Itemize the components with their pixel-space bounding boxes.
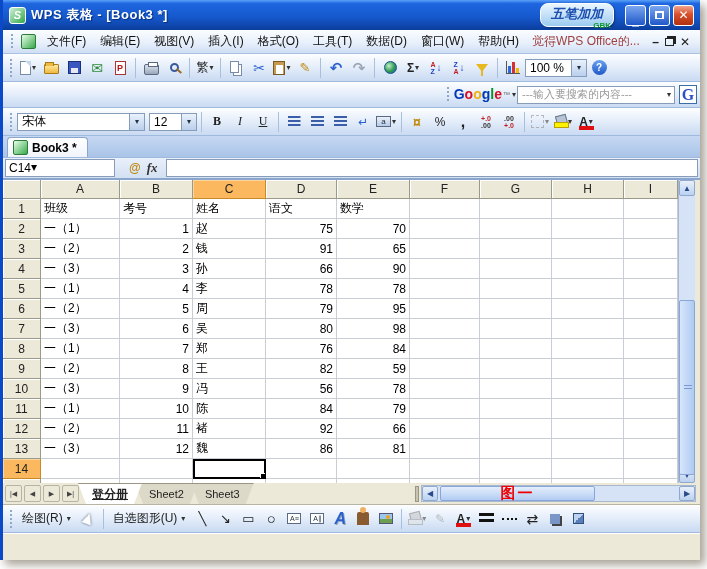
- google-logo[interactable]: Google: [454, 86, 502, 103]
- line-color-button[interactable]: ✎: [429, 508, 451, 530]
- previous-sheet-button[interactable]: ◀: [24, 485, 41, 502]
- open-button[interactable]: [40, 57, 62, 79]
- cell-H14[interactable]: [552, 459, 624, 479]
- zoom-combobox[interactable]: 100 %▾: [525, 59, 587, 77]
- cell-C12[interactable]: 褚: [193, 419, 266, 439]
- cell-A7[interactable]: 一（3）: [41, 319, 120, 339]
- cell-F10[interactable]: [410, 379, 480, 399]
- merge-dropdown[interactable]: ▾: [392, 117, 396, 126]
- cell-F8[interactable]: [410, 339, 480, 359]
- cell-G7[interactable]: [480, 319, 552, 339]
- title-bar[interactable]: S WPS 表格 - [Book3 *] 五笔加加GBK _ ✕: [3, 0, 700, 30]
- cell-A12[interactable]: 一（2）: [41, 419, 120, 439]
- horizontal-scrollbar[interactable]: ◀ 图一 ▶: [415, 485, 696, 502]
- cell-G2[interactable]: [480, 219, 552, 239]
- menu-item-view[interactable]: 视图(V): [147, 30, 201, 53]
- menu-item-data[interactable]: 数据(D): [359, 30, 414, 53]
- cell-E10[interactable]: 78: [337, 379, 410, 399]
- save-button[interactable]: [63, 57, 85, 79]
- name-box-dropdown[interactable]: ▾: [31, 160, 37, 176]
- borders-dropdown[interactable]: ▾: [545, 117, 549, 126]
- borders-button[interactable]: ▾: [529, 111, 551, 133]
- arrow-button[interactable]: ↘: [214, 508, 236, 530]
- chart-button[interactable]: [502, 57, 524, 79]
- cell-G8[interactable]: [480, 339, 552, 359]
- formula-input[interactable]: [166, 159, 698, 177]
- cell-C5[interactable]: 李: [193, 279, 266, 299]
- cell-G11[interactable]: [480, 399, 552, 419]
- textbox-button[interactable]: A≡: [283, 508, 305, 530]
- column-header-E[interactable]: E: [337, 180, 410, 199]
- first-sheet-button[interactable]: |◀: [5, 485, 22, 502]
- cell-G12[interactable]: [480, 419, 552, 439]
- menu-item-edit[interactable]: 编辑(E): [93, 30, 147, 53]
- tab-split-handle[interactable]: [415, 486, 419, 502]
- menubar-grip[interactable]: [10, 33, 14, 49]
- clipart-button[interactable]: [352, 508, 374, 530]
- cell-D3[interactable]: 91: [266, 239, 337, 259]
- cell-F6[interactable]: [410, 299, 480, 319]
- align-right-button[interactable]: [329, 111, 351, 133]
- google-toolbar-grip[interactable]: [446, 86, 450, 104]
- bold-button[interactable]: B: [206, 111, 228, 133]
- cell-I3[interactable]: [624, 239, 678, 259]
- format-painter-button[interactable]: ✎: [294, 57, 316, 79]
- cell-F13[interactable]: [410, 439, 480, 459]
- next-sheet-button[interactable]: ▶: [43, 485, 60, 502]
- cell-A5[interactable]: 一（1）: [41, 279, 120, 299]
- drawing-toolbar-grip[interactable]: [9, 509, 13, 528]
- cell-I5[interactable]: [624, 279, 678, 299]
- column-header-C[interactable]: C: [193, 180, 266, 199]
- menu-item-insert[interactable]: 插入(I): [201, 30, 250, 53]
- column-header-A[interactable]: A: [41, 180, 120, 199]
- menu-item-tools[interactable]: 工具(T): [306, 30, 359, 53]
- draw-menu-button[interactable]: 绘图(R)▾: [17, 508, 76, 529]
- select-objects-button[interactable]: [77, 508, 99, 530]
- cell-G14[interactable]: [480, 459, 552, 479]
- cell-G5[interactable]: [480, 279, 552, 299]
- row-header-2[interactable]: 2: [3, 219, 41, 239]
- cell-D12[interactable]: 92: [266, 419, 337, 439]
- new-dropdown[interactable]: ▾: [32, 63, 36, 72]
- cell-I7[interactable]: [624, 319, 678, 339]
- google-go-button[interactable]: G: [679, 85, 697, 104]
- cell-B3[interactable]: 2: [120, 239, 193, 259]
- cell-H2[interactable]: [552, 219, 624, 239]
- menu-item-file[interactable]: 文件(F): [40, 30, 93, 53]
- fill-color-button[interactable]: ▾: [552, 111, 574, 133]
- cell-E7[interactable]: 98: [337, 319, 410, 339]
- cell-B11[interactable]: 10: [120, 399, 193, 419]
- line-style-button[interactable]: [475, 508, 497, 530]
- row-header-9[interactable]: 9: [3, 359, 41, 379]
- zoom-dropdown[interactable]: ▾: [571, 60, 586, 76]
- cell-I1[interactable]: [624, 199, 678, 219]
- shape-fill-color-button[interactable]: ▾: [406, 508, 428, 530]
- cell-D8[interactable]: 76: [266, 339, 337, 359]
- cell-F4[interactable]: [410, 259, 480, 279]
- help-button[interactable]: ?: [588, 57, 610, 79]
- comma-button[interactable]: ,: [452, 111, 474, 133]
- cell-E8[interactable]: 84: [337, 339, 410, 359]
- google-logo-dropdown[interactable]: ▾: [512, 90, 516, 99]
- vertical-textbox-button[interactable]: A∥: [306, 508, 328, 530]
- horizontal-scroll-track[interactable]: ◀ 图一 ▶: [421, 485, 696, 502]
- hyperlink-button[interactable]: [379, 57, 401, 79]
- cell-B6[interactable]: 5: [120, 299, 193, 319]
- horizontal-scroll-thumb[interactable]: 图一: [440, 486, 595, 501]
- cell-D11[interactable]: 84: [266, 399, 337, 419]
- ime-badge[interactable]: 五笔加加GBK: [540, 3, 614, 27]
- mdi-restore-button[interactable]: [665, 38, 674, 46]
- cell-D6[interactable]: 79: [266, 299, 337, 319]
- filter-button[interactable]: [471, 57, 493, 79]
- cell-F3[interactable]: [410, 239, 480, 259]
- percent-button[interactable]: %: [429, 111, 451, 133]
- cell-C7[interactable]: 吴: [193, 319, 266, 339]
- mdi-minimize-button[interactable]: –: [652, 35, 659, 49]
- cell-C2[interactable]: 赵: [193, 219, 266, 239]
- cell-I13[interactable]: [624, 439, 678, 459]
- paste-dropdown[interactable]: ▾: [286, 63, 290, 72]
- cell-E11[interactable]: 79: [337, 399, 410, 419]
- cell-D14[interactable]: [266, 459, 337, 479]
- cell-I10[interactable]: [624, 379, 678, 399]
- row-header-14[interactable]: 14: [3, 459, 41, 479]
